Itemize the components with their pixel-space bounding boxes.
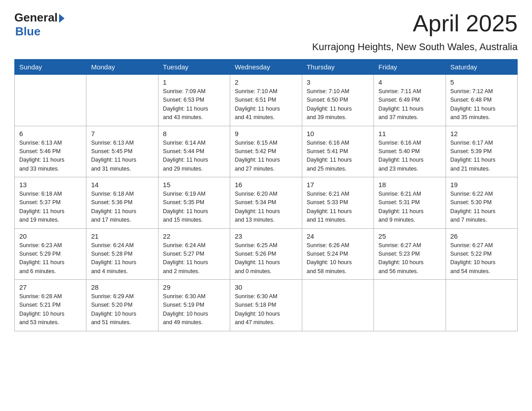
calendar-cell: 12Sunrise: 6:17 AM Sunset: 5:39 PM Dayli…	[446, 126, 517, 177]
day-number: 4	[378, 78, 441, 86]
calendar-cell: 26Sunrise: 6:27 AM Sunset: 5:22 PM Dayli…	[446, 228, 517, 280]
col-header-sunday: Sunday	[15, 60, 86, 75]
col-header-thursday: Thursday	[302, 60, 373, 75]
day-number: 27	[19, 283, 82, 291]
calendar-cell: 5Sunrise: 7:12 AM Sunset: 6:48 PM Daylig…	[446, 75, 517, 126]
col-header-saturday: Saturday	[446, 60, 517, 75]
day-info: Sunrise: 7:11 AM Sunset: 6:49 PM Dayligh…	[378, 87, 441, 122]
day-number: 23	[235, 232, 297, 240]
day-info: Sunrise: 6:24 AM Sunset: 5:27 PM Dayligh…	[163, 241, 225, 276]
day-info: Sunrise: 6:25 AM Sunset: 5:26 PM Dayligh…	[235, 241, 297, 276]
day-number: 20	[19, 232, 82, 240]
day-number: 29	[163, 283, 225, 291]
calendar-cell: 25Sunrise: 6:27 AM Sunset: 5:23 PM Dayli…	[374, 228, 446, 280]
calendar-cell: 24Sunrise: 6:26 AM Sunset: 5:24 PM Dayli…	[302, 228, 373, 280]
calendar-cell: 10Sunrise: 6:16 AM Sunset: 5:41 PM Dayli…	[302, 126, 373, 177]
logo-blue-text: Blue	[15, 25, 64, 39]
col-header-tuesday: Tuesday	[158, 60, 230, 75]
day-info: Sunrise: 6:27 AM Sunset: 5:22 PM Dayligh…	[450, 241, 513, 276]
day-number: 11	[378, 130, 441, 137]
day-number: 3	[307, 78, 369, 86]
calendar-cell: 20Sunrise: 6:23 AM Sunset: 5:29 PM Dayli…	[15, 228, 86, 280]
day-number: 16	[235, 181, 297, 188]
calendar-cell: 17Sunrise: 6:21 AM Sunset: 5:33 PM Dayli…	[302, 177, 373, 229]
day-number: 21	[91, 232, 153, 240]
day-number: 10	[307, 130, 369, 137]
logo: General Blue	[14, 11, 64, 39]
day-number: 17	[307, 181, 369, 188]
day-info: Sunrise: 6:26 AM Sunset: 5:24 PM Dayligh…	[307, 241, 369, 276]
day-info: Sunrise: 6:16 AM Sunset: 5:41 PM Dayligh…	[307, 139, 369, 174]
calendar-cell: 9Sunrise: 6:15 AM Sunset: 5:42 PM Daylig…	[230, 126, 302, 177]
day-number: 6	[19, 130, 82, 137]
title-area: April 2025	[413, 11, 518, 36]
calendar-cell: 8Sunrise: 6:14 AM Sunset: 5:44 PM Daylig…	[158, 126, 230, 177]
calendar-cell	[86, 75, 158, 126]
calendar-cell: 29Sunrise: 6:30 AM Sunset: 5:19 PM Dayli…	[158, 280, 230, 331]
day-info: Sunrise: 6:18 AM Sunset: 5:37 PM Dayligh…	[19, 190, 82, 225]
calendar-cell: 28Sunrise: 6:29 AM Sunset: 5:20 PM Dayli…	[86, 280, 158, 331]
day-number: 26	[450, 232, 513, 240]
day-number: 13	[19, 181, 82, 188]
logo-arrow-icon	[59, 14, 64, 23]
day-info: Sunrise: 6:23 AM Sunset: 5:29 PM Dayligh…	[19, 241, 82, 276]
day-number: 7	[91, 130, 153, 137]
calendar-cell: 21Sunrise: 6:24 AM Sunset: 5:28 PM Dayli…	[86, 228, 158, 280]
day-info: Sunrise: 6:21 AM Sunset: 5:33 PM Dayligh…	[307, 190, 369, 225]
calendar-cell: 23Sunrise: 6:25 AM Sunset: 5:26 PM Dayli…	[230, 228, 302, 280]
calendar-cell: 27Sunrise: 6:28 AM Sunset: 5:21 PM Dayli…	[15, 280, 86, 331]
day-info: Sunrise: 6:19 AM Sunset: 5:35 PM Dayligh…	[163, 190, 225, 225]
day-info: Sunrise: 6:22 AM Sunset: 5:30 PM Dayligh…	[450, 190, 513, 225]
calendar-cell: 15Sunrise: 6:19 AM Sunset: 5:35 PM Dayli…	[158, 177, 230, 229]
day-info: Sunrise: 6:20 AM Sunset: 5:34 PM Dayligh…	[235, 190, 297, 225]
day-info: Sunrise: 6:17 AM Sunset: 5:39 PM Dayligh…	[450, 139, 513, 174]
calendar-cell: 18Sunrise: 6:21 AM Sunset: 5:31 PM Dayli…	[374, 177, 446, 229]
day-info: Sunrise: 7:12 AM Sunset: 6:48 PM Dayligh…	[450, 87, 513, 122]
day-number: 30	[235, 283, 297, 291]
calendar-cell: 3Sunrise: 7:10 AM Sunset: 6:50 PM Daylig…	[302, 75, 373, 126]
day-number: 2	[235, 78, 297, 86]
calendar-cell: 6Sunrise: 6:13 AM Sunset: 5:46 PM Daylig…	[15, 126, 86, 177]
col-header-wednesday: Wednesday	[230, 60, 302, 75]
calendar-cell: 13Sunrise: 6:18 AM Sunset: 5:37 PM Dayli…	[15, 177, 86, 229]
day-info: Sunrise: 6:29 AM Sunset: 5:20 PM Dayligh…	[91, 292, 153, 327]
calendar-cell: 19Sunrise: 6:22 AM Sunset: 5:30 PM Dayli…	[446, 177, 517, 229]
day-info: Sunrise: 6:14 AM Sunset: 5:44 PM Dayligh…	[163, 139, 225, 174]
calendar-cell: 2Sunrise: 7:10 AM Sunset: 6:51 PM Daylig…	[230, 75, 302, 126]
day-info: Sunrise: 7:09 AM Sunset: 6:53 PM Dayligh…	[163, 87, 225, 122]
day-info: Sunrise: 6:15 AM Sunset: 5:42 PM Dayligh…	[235, 139, 297, 174]
day-number: 8	[163, 130, 225, 137]
calendar-cell	[374, 280, 446, 331]
day-number: 28	[91, 283, 153, 291]
day-info: Sunrise: 6:16 AM Sunset: 5:40 PM Dayligh…	[378, 139, 441, 174]
calendar-table: SundayMondayTuesdayWednesdayThursdayFrid…	[14, 59, 518, 331]
col-header-monday: Monday	[86, 60, 158, 75]
day-info: Sunrise: 6:13 AM Sunset: 5:45 PM Dayligh…	[91, 139, 153, 174]
day-info: Sunrise: 6:24 AM Sunset: 5:28 PM Dayligh…	[91, 241, 153, 276]
header: General Blue April 2025	[14, 11, 518, 39]
day-info: Sunrise: 6:28 AM Sunset: 5:21 PM Dayligh…	[19, 292, 82, 327]
day-info: Sunrise: 6:21 AM Sunset: 5:31 PM Dayligh…	[378, 190, 441, 225]
day-info: Sunrise: 7:10 AM Sunset: 6:51 PM Dayligh…	[235, 87, 297, 122]
calendar-cell	[302, 280, 373, 331]
calendar-cell	[446, 280, 517, 331]
location-subtitle: Kurrajong Heights, New South Wales, Aust…	[14, 41, 518, 53]
calendar-cell: 1Sunrise: 7:09 AM Sunset: 6:53 PM Daylig…	[158, 75, 230, 126]
day-info: Sunrise: 6:13 AM Sunset: 5:46 PM Dayligh…	[19, 139, 82, 174]
calendar-cell: 14Sunrise: 6:18 AM Sunset: 5:36 PM Dayli…	[86, 177, 158, 229]
day-number: 1	[163, 78, 225, 86]
calendar-cell: 16Sunrise: 6:20 AM Sunset: 5:34 PM Dayli…	[230, 177, 302, 229]
day-number: 14	[91, 181, 153, 188]
calendar-cell: 4Sunrise: 7:11 AM Sunset: 6:49 PM Daylig…	[374, 75, 446, 126]
day-number: 18	[378, 181, 441, 188]
day-number: 5	[450, 78, 513, 86]
day-number: 24	[307, 232, 369, 240]
calendar-cell: 22Sunrise: 6:24 AM Sunset: 5:27 PM Dayli…	[158, 228, 230, 280]
col-header-friday: Friday	[374, 60, 446, 75]
day-number: 15	[163, 181, 225, 188]
calendar-cell	[15, 75, 86, 126]
logo-general-text: General	[14, 11, 58, 25]
day-info: Sunrise: 6:18 AM Sunset: 5:36 PM Dayligh…	[91, 190, 153, 225]
day-info: Sunrise: 6:30 AM Sunset: 5:18 PM Dayligh…	[235, 292, 297, 327]
day-number: 12	[450, 130, 513, 137]
